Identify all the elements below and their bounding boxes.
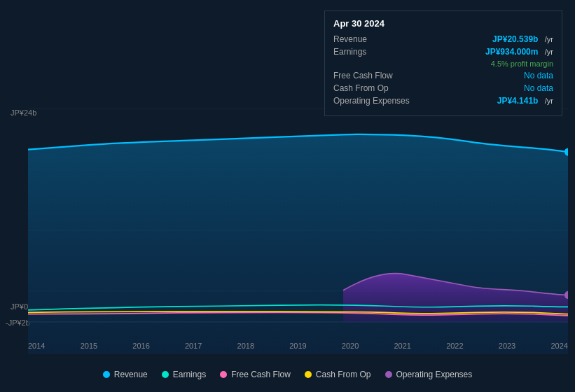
x-label-2014: 2014 [28,342,45,350]
legend-item-opex[interactable]: Operating Expenses [385,370,473,379]
y-axis-neg-label: -JP¥2b [6,318,30,327]
x-label-2024: 2024 [550,342,567,350]
x-label-2016: 2016 [132,342,149,350]
legend-item-revenue[interactable]: Revenue [103,370,148,379]
tooltip-profit-margin: 4.5% profit margin [491,59,553,68]
legend-dot-cfo [305,371,312,378]
legend-label-cfo: Cash From Op [316,370,371,379]
x-label-2023: 2023 [499,342,515,350]
chart-container: Apr 30 2024 Revenue JP¥20.539b /yr Earni… [0,0,575,392]
tooltip-row-revenue: Revenue JP¥20.539b /yr [333,34,553,44]
x-label-2022: 2022 [446,342,463,350]
tooltip-unit-revenue: /yr [545,35,553,43]
tooltip-row-profit-margin: 4.5% profit margin [333,59,553,68]
x-label-2020: 2020 [342,342,359,350]
legend-label-opex: Operating Expenses [396,370,473,379]
legend-label-earnings: Earnings [173,370,206,379]
tooltip-label-fcf: Free Cash Flow [333,71,417,80]
x-label-2015: 2015 [81,342,97,350]
chart-svg [28,108,568,354]
tooltip-box: Apr 30 2024 Revenue JP¥20.539b /yr Earni… [324,10,562,116]
legend-item-earnings[interactable]: Earnings [162,370,206,379]
tooltip-unit-opex: /yr [545,97,553,105]
tooltip-value-cfo: No data [524,83,553,93]
chart-area[interactable] [28,108,568,354]
tooltip-value-fcf: No data [524,71,553,80]
legend-label-fcf: Free Cash Flow [231,370,291,379]
legend-item-cfo[interactable]: Cash From Op [305,370,371,379]
legend-item-fcf[interactable]: Free Cash Flow [220,370,291,379]
y-axis-zero-label: JP¥0 [11,302,28,311]
legend-dot-revenue [103,371,110,378]
legend-dot-fcf [220,371,227,378]
tooltip-row-fcf: Free Cash Flow No data [333,71,553,80]
chart-legend: Revenue Earnings Free Cash Flow Cash Fro… [0,370,575,379]
tooltip-value-opex: JP¥4.141b [497,96,539,106]
tooltip-label-earnings: Earnings [333,47,417,57]
tooltip-value-earnings: JP¥934.000m [485,47,538,57]
x-label-2018: 2018 [237,342,254,350]
tooltip-row-cash-from-op: Cash From Op No data [333,83,553,93]
legend-label-revenue: Revenue [114,370,148,379]
tooltip-row-earnings: Earnings JP¥934.000m /yr [333,47,553,57]
x-axis-labels: 2014 2015 2016 2017 2018 2019 2020 2021 … [28,342,568,350]
tooltip-label-opex: Operating Expenses [333,96,417,106]
x-label-2021: 2021 [394,342,410,350]
tooltip-value-revenue: JP¥20.539b [492,34,538,44]
legend-dot-earnings [162,371,169,378]
tooltip-unit-earnings: /yr [545,48,553,56]
legend-dot-opex [385,371,392,378]
tooltip-row-opex: Operating Expenses JP¥4.141b /yr [333,96,553,106]
tooltip-label-cfo: Cash From Op [333,83,417,93]
tooltip-label-revenue: Revenue [333,34,417,44]
x-label-2019: 2019 [289,342,306,350]
x-label-2017: 2017 [185,342,202,350]
tooltip-title: Apr 30 2024 [333,18,553,29]
